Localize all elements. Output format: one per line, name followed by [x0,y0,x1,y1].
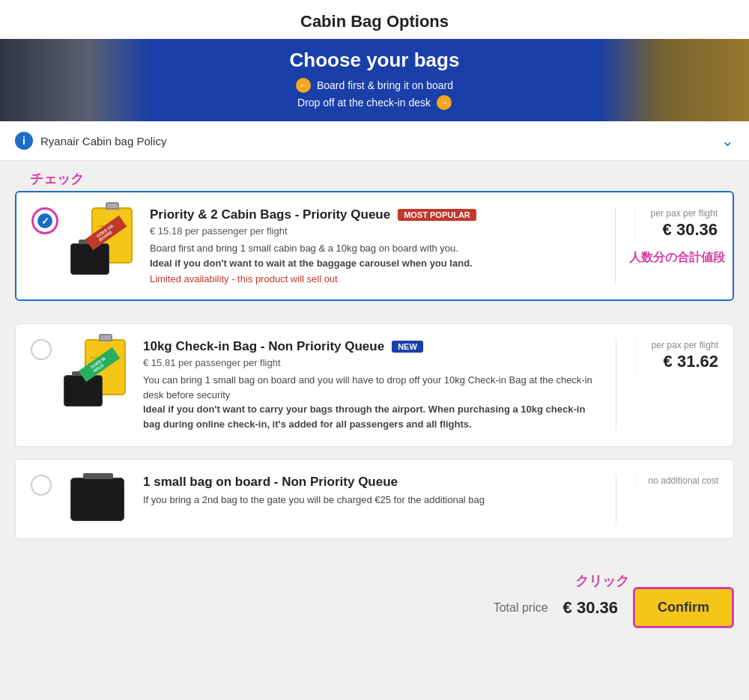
chevron-down-icon[interactable]: ⌄ [721,132,734,150]
option-2-wrapper: GOES INHOLD 10kg Check-in Bag - Non Prio… [15,323,734,447]
option-1-radio[interactable]: ✓ [31,207,58,234]
banner: Choose your bags ← Board first & bring i… [0,39,749,121]
bag-3-small [70,478,124,521]
option-3-wrapper: 1 small bag on board - Non Priority Queu… [15,459,734,539]
option-2-info: 10kg Check-in Bag - Non Priority Queue N… [143,339,596,431]
check-annotation: チェック [30,170,84,188]
option-2-title-row: 10kg Check-in Bag - Non Priority Queue N… [143,339,596,354]
bag-3-handle [83,473,113,479]
option-3-radio-col [31,475,52,496]
total-annotation: 人数分の合計値段 [629,250,725,266]
main-content: チェック ✓ GOES ONBOARD [0,161,749,566]
option-3-bag-image [64,475,131,523]
option-1-desc: Board first and bring 1 small cabin bag … [150,241,595,270]
option-3-title-row: 1 small bag on board - Non Priority Queu… [143,475,596,490]
option-1-card[interactable]: ✓ GOES ONBOARD Priority & [15,191,734,301]
confirm-button[interactable]: Confirm [633,587,734,628]
banner-option-1: ← Board first & bring it on board [290,78,460,93]
option-2-radio[interactable] [31,339,52,360]
total-price-label: Total price [494,601,548,615]
option-2-total-price: € 31.62 [644,352,718,371]
option-1-price-col: per pax per flight € 30.36 人数分の合計値段 [635,207,718,240]
option-1-info: Priority & 2 Cabin Bags - Priority Queue… [150,207,595,284]
option-1-price-per: € 15.18 per passenger per flight [150,225,595,237]
option-1-warning: Limited availability - this product will… [150,273,595,284]
banner-person-left [0,39,150,121]
option-2-radio-col [31,339,52,360]
option-2-title: 10kg Check-in Bag - Non Priority Queue [143,339,384,354]
option-3-info: 1 small bag on board - Non Priority Queu… [143,475,596,508]
policy-bar[interactable]: i Ryanair Cabin bag Policy ⌄ [0,121,749,161]
bag-2-small [64,375,103,407]
option-2-divider [616,339,616,431]
option-3-title: 1 small bag on board - Non Priority Queu… [143,475,398,490]
suitcase-handle [106,202,119,210]
option-1-per-label: per pax per flight [643,207,718,220]
option-3-desc: If you bring a 2nd bag to the gate you w… [143,493,596,508]
footer-total-price: € 30.36 [563,598,618,618]
banner-option-2: Drop off at the check-in desk → [290,95,460,110]
option-1-title: Priority & 2 Cabin Bags - Priority Queue [150,207,390,222]
option-2-per-label: per pax per flight [644,339,718,352]
option-1-divider [615,207,616,284]
option-3-card[interactable]: 1 small bag on board - Non Priority Queu… [15,459,734,539]
option-3-per-label: no additional cost [644,475,718,487]
option-2-badge: NEW [392,341,423,353]
option-1-title-row: Priority & 2 Cabin Bags - Priority Queue… [150,207,595,222]
footer-wrapper: クリック Total price € 30.36 Confirm [0,573,749,642]
option-1-badge: MOST POPULAR [398,209,476,221]
banner-title: Choose your bags [290,49,460,72]
option-2-price-col: per pax per flight € 31.62 [636,339,718,371]
arrow-right-icon: → [437,95,452,110]
option-1-bag-image: GOES ONBOARD [70,207,138,275]
click-annotation: クリック [575,572,629,590]
option-2-desc: You can bring 1 small bag on board and y… [143,373,596,431]
option-1-total-price: € 30.36 [643,220,718,240]
option-1-wrapper: チェック ✓ GOES ONBOARD [15,191,734,301]
banner-person-right [599,39,749,121]
option-2-bag-image: GOES INHOLD [64,339,131,407]
option-3-price-col: no additional cost [636,475,718,487]
policy-label: Ryanair Cabin bag Policy [40,135,166,147]
page-title: Cabin Bag Options [0,0,749,39]
option-3-divider [616,475,616,523]
suitcase-2-handle [99,334,112,341]
option-2-price-per: € 15.81 per passenger per flight [143,357,596,368]
option-1-radio-col: ✓ [31,207,58,234]
info-icon: i [15,132,33,150]
arrow-left-icon: ← [296,78,311,93]
policy-left: i Ryanair Cabin bag Policy [15,132,166,150]
banner-content: Choose your bags ← Board first & bring i… [290,49,460,112]
option-2-card[interactable]: GOES INHOLD 10kg Check-in Bag - Non Prio… [15,323,734,447]
bag-small [70,243,109,275]
check-inner-icon: ✓ [37,213,52,228]
option-3-radio[interactable] [31,475,52,496]
footer-bar: Total price € 30.36 Confirm [0,573,749,642]
